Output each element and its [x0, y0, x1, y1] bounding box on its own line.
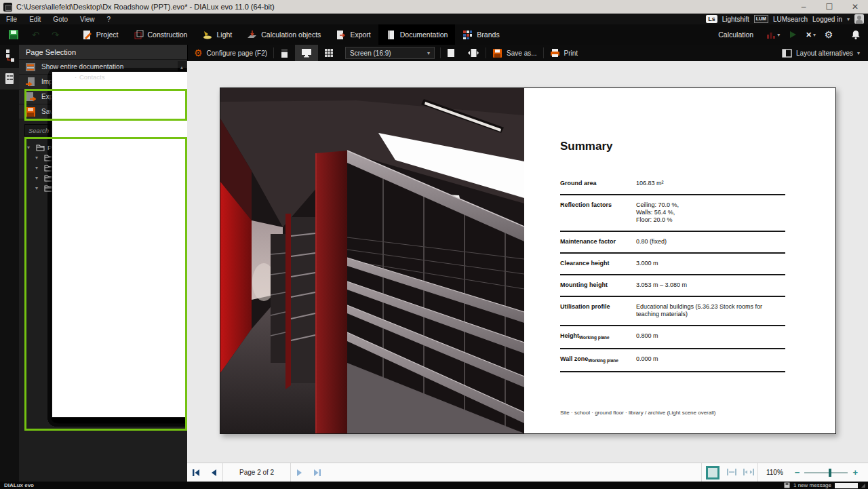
new-page-button[interactable]	[441, 45, 461, 61]
summary-row-value: 106.83 m²	[636, 180, 785, 187]
zoom-slider-handle[interactable]	[829, 469, 831, 477]
tab-label: Calculation objects	[261, 31, 321, 39]
tab-brands[interactable]: Brands	[455, 24, 507, 45]
summary-row-value: Ceiling: 70.0 %,Walls: 56.4 %,Floor: 20.…	[636, 201, 785, 224]
summary-row-value: 3.053 m – 3.080 m	[636, 281, 785, 289]
tab-label: Export	[350, 31, 370, 39]
summary-row-label: Wall zoneWorking plane	[560, 355, 636, 364]
tab-label: Brands	[477, 31, 499, 39]
lumsearch-icon: LUM	[754, 15, 768, 23]
redo-icon[interactable]: ↷	[52, 30, 59, 40]
summary-row: Reflection factorsCeiling: 70.0 %,Walls:…	[560, 195, 785, 232]
next-page-button[interactable]	[291, 463, 309, 482]
left-tool-strip	[0, 45, 19, 482]
minimize-button[interactable]: –	[791, 0, 816, 14]
summary-row: Maintenance factor0.80 (fixed)	[560, 232, 785, 254]
zoom-slider[interactable]	[804, 472, 848, 473]
expander-icon[interactable]: ▾	[35, 154, 41, 161]
summary-row: Ground area106.83 m²	[560, 174, 785, 195]
tab-light[interactable]: Light	[195, 24, 239, 45]
calculation-label: Calculation	[718, 31, 753, 39]
settings-gear-icon[interactable]: ⚙	[822, 27, 835, 42]
view-portrait-button[interactable]	[274, 45, 295, 61]
message-disk-icon	[784, 482, 790, 488]
expander-icon[interactable]: ▾	[27, 144, 33, 151]
configure-page-button[interactable]: ⚙ Configure page (F2)	[188, 45, 273, 61]
previous-page-button[interactable]	[205, 463, 222, 482]
app-icon	[3, 3, 12, 12]
fit-width-icon[interactable]	[727, 468, 736, 477]
show-documentation-icon	[25, 62, 36, 73]
menu-goto[interactable]: Goto	[47, 16, 74, 23]
fit-page-button[interactable]	[706, 466, 719, 480]
lumsearch-link[interactable]: LUMsearch	[773, 16, 808, 23]
zoom-in-button[interactable]: +	[852, 467, 858, 477]
summary-row-label: Reflection factors	[560, 201, 636, 224]
summary-row-label: Clearance height	[560, 260, 636, 267]
menu-bar: File Edit Goto View ? Ls Lightshift LUM …	[0, 14, 868, 24]
last-page-button[interactable]	[309, 463, 326, 482]
export-icon	[25, 92, 36, 102]
close-button[interactable]: ✕	[842, 0, 868, 14]
resize-grip[interactable]	[861, 484, 865, 488]
lightshift-link[interactable]: Lightshift	[722, 16, 749, 23]
start-calculation-icon[interactable]	[786, 27, 800, 42]
cancel-calculation-button[interactable]: ✕ ▾	[804, 27, 818, 42]
expander-icon[interactable]: ▾	[35, 184, 41, 192]
action-label: Show entire documentation	[41, 63, 123, 71]
expander-icon[interactable]: ▾	[35, 174, 41, 182]
layout-alternatives-button[interactable]: Layout alternatives ▾	[782, 49, 868, 58]
chevron-down-icon[interactable]: ▾	[777, 32, 780, 38]
page-indicator: Page 2 of 2	[223, 469, 290, 476]
print-button[interactable]: Print	[544, 45, 585, 61]
expander-icon[interactable]: ▾	[35, 164, 41, 172]
tab-calculation-objects[interactable]: Calculation objects	[239, 24, 328, 45]
summary-table: Ground area106.83 m²Reflection factorsCe…	[560, 174, 785, 372]
menu-view[interactable]: View	[74, 16, 101, 23]
configure-gear-icon: ⚙	[194, 47, 203, 58]
first-page-button[interactable]	[187, 463, 205, 482]
view-grid-button[interactable]	[318, 45, 340, 61]
import-icon	[25, 77, 36, 87]
summary-row-value: Educational buildings (5.36.23 Stock roo…	[636, 303, 785, 318]
menu-file[interactable]: File	[0, 16, 23, 23]
portrait-page-icon	[280, 48, 289, 58]
duplicate-page-button[interactable]	[461, 45, 486, 61]
page-format-select[interactable]: Screen (16:9) ▾	[345, 47, 435, 59]
summary-row-label: HeightWorking plane	[560, 332, 636, 341]
tab-label: Construction	[148, 31, 188, 39]
calculation-results-button[interactable]: ▾	[764, 27, 782, 42]
summary-row: Mounting height3.053 m – 3.080 m	[560, 275, 785, 297]
tab-export[interactable]: Export	[328, 24, 378, 45]
tab-construction[interactable]: Construction	[126, 24, 195, 45]
undo-icon[interactable]: ↶	[32, 30, 39, 40]
construction-icon	[134, 30, 144, 40]
fit-both-icon[interactable]	[743, 468, 754, 477]
chevron-down-icon[interactable]: ▾	[813, 32, 816, 38]
save-icon[interactable]	[8, 29, 19, 40]
zoom-out-button[interactable]: −	[795, 467, 800, 477]
menu-edit[interactable]: Edit	[23, 16, 47, 23]
project-tree-icon[interactable]	[0, 45, 19, 66]
status-message[interactable]: 1 new message	[793, 482, 831, 488]
page-navigation-bar: Page 2 of 2 110% −	[187, 463, 868, 482]
menu-help[interactable]: ?	[101, 16, 117, 23]
maximize-button[interactable]: ☐	[816, 0, 842, 14]
tab-documentation[interactable]: Documentation	[378, 24, 456, 45]
summary-content: Summary Ground area106.83 m²Reflection f…	[524, 88, 835, 433]
notifications-bell-icon[interactable]	[849, 27, 863, 42]
grid-icon	[324, 48, 334, 58]
save-as-button[interactable]: Save as...	[486, 45, 542, 61]
main-toolbar: ↶ ↷ Project Construction Light Calculati…	[0, 24, 868, 45]
page-footer: Site · school · ground floor · library /…	[560, 410, 715, 416]
tree-item-label: Contacts	[79, 73, 105, 416]
calculation-objects-icon	[247, 30, 257, 40]
document-viewport: Summary Ground area106.83 m²Reflection f…	[187, 61, 868, 463]
view-screen-button[interactable]	[295, 45, 318, 61]
logged-in-menu[interactable]: Logged in	[812, 16, 842, 23]
tab-project[interactable]: Project	[75, 24, 126, 45]
documentation-pages-icon[interactable]	[0, 68, 19, 90]
avatar[interactable]	[854, 14, 864, 24]
chevron-down-icon[interactable]: ▾	[847, 16, 850, 22]
summary-title: Summary	[560, 140, 612, 153]
